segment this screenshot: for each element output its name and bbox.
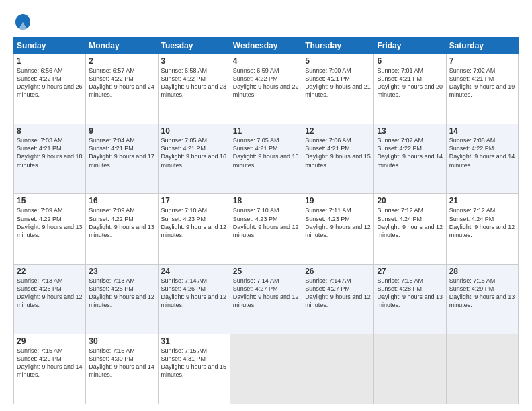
- day-number: 23: [89, 267, 154, 276]
- day-number: 30: [89, 336, 154, 346]
- day-number: 12: [305, 126, 371, 136]
- day-number: 2: [89, 56, 154, 66]
- day-number: 20: [377, 196, 443, 205]
- day-info: Sunrise: 7:14 AM Sunset: 4:27 PM Dayligh…: [305, 277, 371, 310]
- calendar-day-cell: 19 Sunrise: 7:11 AM Sunset: 4:23 PM Dayl…: [302, 194, 374, 264]
- day-number: 19: [305, 196, 371, 205]
- day-info: Sunrise: 6:59 AM Sunset: 4:22 PM Dayligh…: [233, 66, 299, 99]
- calendar-day-cell: [446, 334, 518, 404]
- day-info: Sunrise: 7:02 AM Sunset: 4:21 PM Dayligh…: [449, 66, 515, 99]
- calendar: SundayMondayTuesdayWednesdayThursdayFrid…: [13, 37, 519, 404]
- page: SundayMondayTuesdayWednesdayThursdayFrid…: [0, 0, 532, 411]
- day-number: 27: [377, 267, 443, 276]
- calendar-day-cell: 12 Sunrise: 7:06 AM Sunset: 4:21 PM Dayl…: [302, 124, 374, 194]
- day-number: 31: [161, 336, 227, 346]
- calendar-day-header: Thursday: [302, 38, 374, 54]
- day-number: 13: [377, 126, 443, 136]
- day-info: Sunrise: 7:11 AM Sunset: 4:23 PM Dayligh…: [305, 206, 371, 239]
- header: [13, 10, 519, 32]
- calendar-day-cell: 6 Sunrise: 7:01 AM Sunset: 4:21 PM Dayli…: [374, 54, 446, 124]
- day-number: 29: [17, 336, 83, 346]
- calendar-day-cell: 2 Sunrise: 6:57 AM Sunset: 4:22 PM Dayli…: [86, 54, 158, 124]
- day-info: Sunrise: 6:58 AM Sunset: 4:22 PM Dayligh…: [161, 66, 227, 99]
- calendar-day-cell: 9 Sunrise: 7:04 AM Sunset: 4:21 PM Dayli…: [86, 124, 158, 194]
- calendar-day-cell: 18 Sunrise: 7:10 AM Sunset: 4:23 PM Dayl…: [230, 194, 302, 264]
- day-number: 9: [89, 126, 154, 136]
- calendar-day-cell: 11 Sunrise: 7:05 AM Sunset: 4:21 PM Dayl…: [230, 124, 302, 194]
- day-info: Sunrise: 7:00 AM Sunset: 4:21 PM Dayligh…: [305, 66, 371, 99]
- day-info: Sunrise: 7:06 AM Sunset: 4:21 PM Dayligh…: [305, 136, 371, 169]
- calendar-day-cell: 16 Sunrise: 7:09 AM Sunset: 4:22 PM Dayl…: [86, 194, 158, 264]
- calendar-day-cell: 3 Sunrise: 6:58 AM Sunset: 4:22 PM Dayli…: [158, 54, 230, 124]
- calendar-day-cell: 31 Sunrise: 7:15 AM Sunset: 4:31 PM Dayl…: [158, 334, 230, 404]
- day-number: 10: [161, 126, 227, 136]
- day-number: 25: [233, 267, 299, 276]
- calendar-day-cell: 25 Sunrise: 7:14 AM Sunset: 4:27 PM Dayl…: [230, 264, 302, 334]
- day-number: 1: [17, 56, 83, 66]
- calendar-header-row: SundayMondayTuesdayWednesdayThursdayFrid…: [14, 38, 519, 54]
- calendar-week-row: 8 Sunrise: 7:03 AM Sunset: 4:21 PM Dayli…: [14, 124, 519, 194]
- day-info: Sunrise: 7:07 AM Sunset: 4:22 PM Dayligh…: [377, 136, 443, 169]
- calendar-day-cell: 14 Sunrise: 7:08 AM Sunset: 4:22 PM Dayl…: [446, 124, 518, 194]
- calendar-day-cell: 17 Sunrise: 7:10 AM Sunset: 4:23 PM Dayl…: [158, 194, 230, 264]
- day-info: Sunrise: 7:15 AM Sunset: 4:29 PM Dayligh…: [17, 347, 83, 379]
- calendar-week-row: 22 Sunrise: 7:13 AM Sunset: 4:25 PM Dayl…: [14, 264, 519, 334]
- day-info: Sunrise: 7:15 AM Sunset: 4:30 PM Dayligh…: [89, 347, 154, 379]
- day-info: Sunrise: 7:12 AM Sunset: 4:24 PM Dayligh…: [449, 206, 515, 239]
- calendar-day-cell: 8 Sunrise: 7:03 AM Sunset: 4:21 PM Dayli…: [14, 124, 86, 194]
- calendar-day-cell: 28 Sunrise: 7:15 AM Sunset: 4:29 PM Dayl…: [446, 264, 518, 334]
- day-number: 6: [377, 56, 443, 66]
- day-number: 11: [233, 126, 299, 136]
- day-number: 16: [89, 196, 154, 205]
- day-info: Sunrise: 7:12 AM Sunset: 4:24 PM Dayligh…: [377, 206, 443, 239]
- calendar-day-cell: 7 Sunrise: 7:02 AM Sunset: 4:21 PM Dayli…: [446, 54, 518, 124]
- day-info: Sunrise: 7:08 AM Sunset: 4:22 PM Dayligh…: [449, 136, 515, 169]
- calendar-day-header: Saturday: [446, 38, 518, 54]
- calendar-day-cell: 26 Sunrise: 7:14 AM Sunset: 4:27 PM Dayl…: [302, 264, 374, 334]
- day-info: Sunrise: 7:05 AM Sunset: 4:21 PM Dayligh…: [233, 136, 299, 169]
- day-info: Sunrise: 7:14 AM Sunset: 4:27 PM Dayligh…: [233, 277, 299, 310]
- day-info: Sunrise: 7:14 AM Sunset: 4:26 PM Dayligh…: [161, 277, 227, 310]
- day-number: 17: [161, 196, 227, 205]
- day-number: 14: [449, 126, 515, 136]
- day-info: Sunrise: 7:01 AM Sunset: 4:21 PM Dayligh…: [377, 66, 443, 99]
- day-number: 4: [233, 56, 299, 66]
- day-info: Sunrise: 7:04 AM Sunset: 4:21 PM Dayligh…: [89, 136, 154, 169]
- calendar-day-cell: 23 Sunrise: 7:13 AM Sunset: 4:25 PM Dayl…: [86, 264, 158, 334]
- day-info: Sunrise: 7:15 AM Sunset: 4:29 PM Dayligh…: [449, 277, 515, 310]
- day-info: Sunrise: 7:13 AM Sunset: 4:25 PM Dayligh…: [89, 277, 154, 310]
- day-info: Sunrise: 7:03 AM Sunset: 4:21 PM Dayligh…: [17, 136, 83, 169]
- logo-icon: [13, 13, 32, 32]
- calendar-day-cell: 24 Sunrise: 7:14 AM Sunset: 4:26 PM Dayl…: [158, 264, 230, 334]
- day-number: 15: [17, 196, 83, 205]
- calendar-day-cell: 29 Sunrise: 7:15 AM Sunset: 4:29 PM Dayl…: [14, 334, 86, 404]
- day-number: 21: [449, 196, 515, 205]
- day-number: 18: [233, 196, 299, 205]
- calendar-week-row: 15 Sunrise: 7:09 AM Sunset: 4:22 PM Dayl…: [14, 194, 519, 264]
- day-info: Sunrise: 7:10 AM Sunset: 4:23 PM Dayligh…: [233, 206, 299, 239]
- calendar-day-header: Sunday: [14, 38, 86, 54]
- day-number: 7: [449, 56, 515, 66]
- day-info: Sunrise: 6:57 AM Sunset: 4:22 PM Dayligh…: [89, 66, 154, 99]
- calendar-day-cell: [302, 334, 374, 404]
- day-info: Sunrise: 7:13 AM Sunset: 4:25 PM Dayligh…: [17, 277, 83, 310]
- day-number: 24: [161, 267, 227, 276]
- day-info: Sunrise: 7:09 AM Sunset: 4:22 PM Dayligh…: [17, 206, 83, 239]
- calendar-day-cell: 1 Sunrise: 6:56 AM Sunset: 4:22 PM Dayli…: [14, 54, 86, 124]
- calendar-day-cell: 21 Sunrise: 7:12 AM Sunset: 4:24 PM Dayl…: [446, 194, 518, 264]
- day-info: Sunrise: 7:15 AM Sunset: 4:31 PM Dayligh…: [161, 347, 227, 379]
- day-number: 28: [449, 267, 515, 276]
- day-info: Sunrise: 7:15 AM Sunset: 4:28 PM Dayligh…: [377, 277, 443, 310]
- day-info: Sunrise: 7:10 AM Sunset: 4:23 PM Dayligh…: [161, 206, 227, 239]
- calendar-day-cell: 15 Sunrise: 7:09 AM Sunset: 4:22 PM Dayl…: [14, 194, 86, 264]
- calendar-day-cell: 27 Sunrise: 7:15 AM Sunset: 4:28 PM Dayl…: [374, 264, 446, 334]
- calendar-day-cell: [374, 334, 446, 404]
- calendar-day-cell: 20 Sunrise: 7:12 AM Sunset: 4:24 PM Dayl…: [374, 194, 446, 264]
- calendar-day-cell: 22 Sunrise: 7:13 AM Sunset: 4:25 PM Dayl…: [14, 264, 86, 334]
- calendar-day-header: Wednesday: [230, 38, 302, 54]
- calendar-day-header: Tuesday: [158, 38, 230, 54]
- calendar-day-cell: 13 Sunrise: 7:07 AM Sunset: 4:22 PM Dayl…: [374, 124, 446, 194]
- calendar-week-row: 1 Sunrise: 6:56 AM Sunset: 4:22 PM Dayli…: [14, 54, 519, 124]
- day-number: 3: [161, 56, 227, 66]
- calendar-day-cell: 10 Sunrise: 7:05 AM Sunset: 4:21 PM Dayl…: [158, 124, 230, 194]
